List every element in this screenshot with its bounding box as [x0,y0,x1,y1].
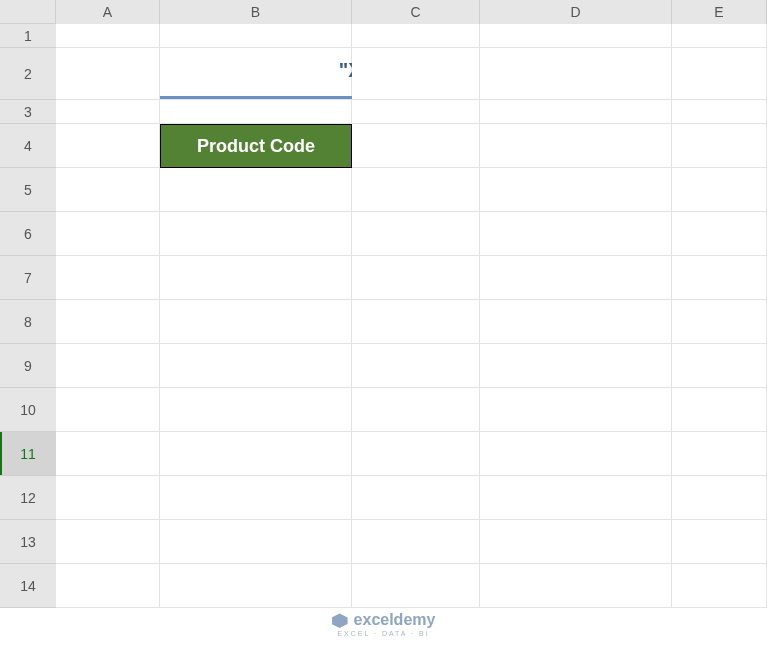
cell[interactable] [672,168,767,212]
cell[interactable] [352,212,480,256]
cell[interactable]: "XYZ" Company [160,48,352,100]
cell[interactable] [352,24,480,48]
cell[interactable] [480,124,672,168]
row-header-1[interactable]: 1 [0,24,56,48]
watermark-sub: EXCEL · DATA · BI [337,630,429,637]
col-header-C[interactable]: C [352,0,480,24]
spreadsheet: A B C D E 1234567891011121314 "XYZ" Comp… [0,0,767,651]
cell[interactable] [672,24,767,48]
cell[interactable] [352,520,480,564]
cell[interactable] [480,520,672,564]
row-header-9[interactable]: 9 [0,344,56,388]
row-header-7[interactable]: 7 [0,256,56,300]
row-header-12[interactable]: 12 [0,476,56,520]
col-header-D[interactable]: D [480,0,672,24]
cell[interactable] [160,256,352,300]
cell[interactable] [672,520,767,564]
row-header-5[interactable]: 5 [0,168,56,212]
cell[interactable] [160,564,352,608]
cell[interactable] [160,300,352,344]
row-headers: 1234567891011121314 [0,24,56,608]
cell[interactable] [480,100,672,124]
row-header-14[interactable]: 14 [0,564,56,608]
cell[interactable] [480,476,672,520]
watermark-text: exceldemy [354,611,436,629]
cell[interactable] [672,432,767,476]
cell[interactable] [56,476,160,520]
col-header-E[interactable]: E [672,0,767,24]
row-header-4[interactable]: 4 [0,124,56,168]
cell[interactable] [352,344,480,388]
select-all-corner[interactable] [0,0,56,24]
cell[interactable] [480,256,672,300]
cell[interactable] [56,388,160,432]
cell[interactable] [672,124,767,168]
watermark-brand: exceldemy [332,611,436,629]
cell[interactable] [56,520,160,564]
cell[interactable] [352,100,480,124]
cell[interactable] [352,168,480,212]
cube-icon [332,612,348,628]
watermark: exceldemy EXCEL · DATA · BI [332,611,436,637]
cell[interactable] [352,432,480,476]
row-header-2[interactable]: 2 [0,48,56,100]
cell[interactable] [56,300,160,344]
cell[interactable] [160,100,352,124]
cell[interactable] [160,344,352,388]
cell[interactable] [480,388,672,432]
column-headers: A B C D E [56,0,767,24]
cell[interactable] [672,256,767,300]
row-header-13[interactable]: 13 [0,520,56,564]
cell[interactable] [56,564,160,608]
cell[interactable] [480,432,672,476]
cell[interactable] [480,24,672,48]
row-header-8[interactable]: 8 [0,300,56,344]
cell[interactable] [56,24,160,48]
row-header-11[interactable]: 11 [0,432,56,476]
cell[interactable] [352,300,480,344]
cell[interactable] [352,388,480,432]
cell[interactable] [352,48,480,100]
cell[interactable] [672,344,767,388]
cell[interactable] [480,48,672,100]
cell[interactable] [160,24,352,48]
cell[interactable] [480,300,672,344]
cell[interactable] [160,476,352,520]
cell[interactable] [56,432,160,476]
row-header-3[interactable]: 3 [0,100,56,124]
cell[interactable] [352,476,480,520]
cell[interactable] [672,212,767,256]
cell[interactable] [56,48,160,100]
cell[interactable] [56,100,160,124]
cell[interactable] [56,256,160,300]
cell[interactable] [56,124,160,168]
cell[interactable] [56,212,160,256]
cell[interactable] [160,432,352,476]
cell[interactable] [672,100,767,124]
col-header-A[interactable]: A [56,0,160,24]
cell[interactable] [480,564,672,608]
table-header[interactable]: Product Code [160,124,352,168]
cell[interactable] [160,212,352,256]
grid-area: "XYZ" CompanyProduct CodeSizeColor with … [56,24,767,608]
cell[interactable]: Product CodeSizeColor with CodeShirt 1-X… [160,124,352,168]
cell[interactable] [56,168,160,212]
cell[interactable] [352,124,480,168]
cell[interactable] [480,344,672,388]
cell[interactable] [672,564,767,608]
row-header-10[interactable]: 10 [0,388,56,432]
cell[interactable] [672,388,767,432]
cell[interactable] [672,48,767,100]
cell[interactable] [480,212,672,256]
col-header-B[interactable]: B [160,0,352,24]
cell[interactable] [160,388,352,432]
cell[interactable] [672,476,767,520]
cell[interactable] [160,520,352,564]
row-header-6[interactable]: 6 [0,212,56,256]
cell[interactable] [352,256,480,300]
cell[interactable] [352,564,480,608]
cell[interactable] [160,168,352,212]
cell[interactable] [672,300,767,344]
cell[interactable] [56,344,160,388]
cell[interactable] [480,168,672,212]
